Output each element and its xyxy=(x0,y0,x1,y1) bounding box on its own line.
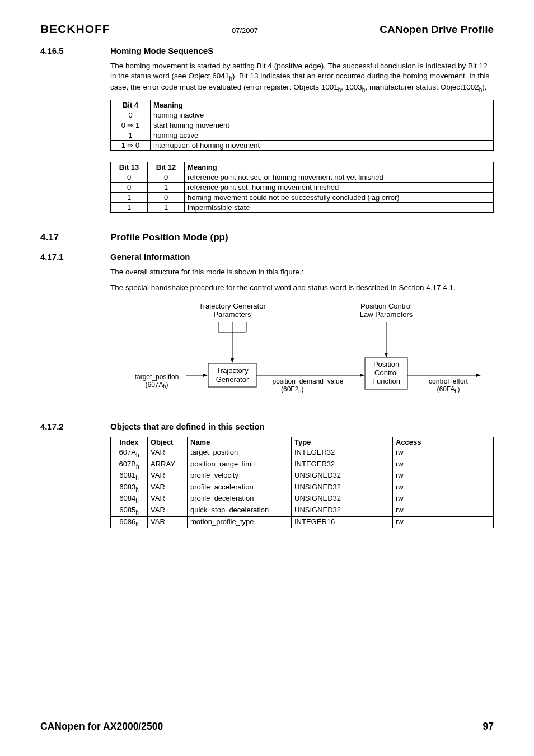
section-objects: 4.17.2 Objects that are defined in this … xyxy=(40,422,494,528)
section-general-info: 4.17.1 General Information The overall s… xyxy=(40,252,494,409)
section-title: Objects that are defined in this section xyxy=(110,422,494,431)
label-position-demand: position_demand_value xyxy=(272,377,343,385)
section-number: 4.17.1 xyxy=(40,252,110,409)
table-row: 6083hVARprofile_accelerationUNSIGNED32rw xyxy=(111,482,494,493)
page-footer: CANopen for AX2000/2500 97 xyxy=(40,718,494,732)
table-row: 6081hVARprofile_velocityUNSIGNED32rw xyxy=(111,470,494,482)
table-row: 00reference point not set, or homing mov… xyxy=(111,172,494,182)
svg-text:(607Ah): (607Ah) xyxy=(145,381,168,389)
label-traj-params: Trajectory Generator xyxy=(199,302,266,310)
svg-text:Control: Control xyxy=(374,368,398,377)
table-header-row: Bit 4 Meaning xyxy=(111,100,494,110)
svg-text:Function: Function xyxy=(372,377,400,385)
brand: BECKHOFF xyxy=(40,22,110,36)
table-row: 6085hVARquick_stop_decelerationUNSIGNED3… xyxy=(111,505,494,517)
table-row: 607BhARRAYposition_range_limitINTEGER32r… xyxy=(111,459,494,470)
svg-text:Position: Position xyxy=(373,360,399,368)
svg-text:Trajectory: Trajectory xyxy=(216,366,249,375)
label-traj-params2: Parameters xyxy=(213,310,251,319)
table-row: 6084hVARprofile_decelerationUNSIGNED32rw xyxy=(111,493,494,505)
label-pos-params2: Law Parameters xyxy=(359,310,413,319)
table-row: 0homing inactive xyxy=(111,110,494,120)
header-date: 07/2007 xyxy=(232,26,258,35)
label-control-effort: control_effort xyxy=(429,377,468,385)
label-pos-params: Position Control xyxy=(360,302,412,310)
bit4-table: Bit 4 Meaning 0homing inactive 0 ⇒ 1star… xyxy=(110,100,494,151)
section-title: General Information xyxy=(110,252,494,262)
page-header: BECKHOFF 07/2007 CANopen Drive Profile xyxy=(40,22,494,36)
table-header-row: Bit 13 Bit 12 Meaning xyxy=(111,162,494,172)
table-row: 6086hVARmotion_profile_typeINTEGER16rw xyxy=(111,516,494,528)
table-row: 0 ⇒ 1start homing movement xyxy=(111,120,494,130)
svg-text:Generator: Generator xyxy=(216,375,249,384)
table-row: 11impermissible state xyxy=(111,202,494,212)
general-p2: The special handshake procedure for the … xyxy=(110,283,494,293)
svg-text:(60F2h): (60F2h) xyxy=(281,385,303,394)
section-homing: 4.16.5 Homing Mode SequenceS The homing … xyxy=(40,46,494,213)
page-number: 97 xyxy=(483,721,494,732)
section-number: 4.17.2 xyxy=(40,422,110,528)
table-row: 10homing movement could not be successfu… xyxy=(111,192,494,202)
block-diagram: Trajectory Generator Parameters Position… xyxy=(123,301,481,409)
section-number: 4.16.5 xyxy=(40,46,110,213)
header-title: CANopen Drive Profile xyxy=(380,24,494,36)
section-title: Profile Position Mode (pp) xyxy=(110,232,494,243)
table-row: 1 ⇒ 0interruption of homing movement xyxy=(111,140,494,150)
section-number: 4.17 xyxy=(40,232,110,243)
header-rule xyxy=(40,38,494,38)
table-row: 01reference point set, homing movement f… xyxy=(111,182,494,192)
section-title: Homing Mode SequenceS xyxy=(110,46,494,55)
svg-text:(60FAh): (60FAh) xyxy=(437,385,460,394)
general-p1: The overall structure for this mode is s… xyxy=(110,267,494,277)
table-row: 1homing active xyxy=(111,130,494,140)
footer-title: CANopen for AX2000/2500 xyxy=(40,721,163,732)
objects-table: Index Object Name Type Access 607AhVARta… xyxy=(110,437,494,528)
label-target-position: target_position xyxy=(134,373,179,381)
bit13-12-table: Bit 13 Bit 12 Meaning 00reference point … xyxy=(110,162,494,213)
table-row: 607AhVARtarget_positionINTEGER32rw xyxy=(111,447,494,459)
section-pp: 4.17 Profile Position Mode (pp) xyxy=(40,232,494,243)
homing-paragraph: The homing movement is started by settin… xyxy=(110,61,494,94)
table-header-row: Index Object Name Type Access xyxy=(111,437,494,447)
